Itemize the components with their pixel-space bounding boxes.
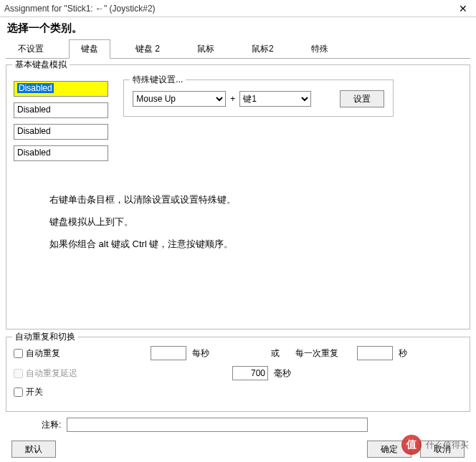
tab-mouse[interactable]: 鼠标 xyxy=(185,39,227,58)
close-icon[interactable]: ✕ xyxy=(454,3,472,14)
basic-keyboard-title: 基本键盘模拟 xyxy=(12,59,70,71)
window-title: Assignment for "Stick1: ←" (Joystick#2) xyxy=(4,4,454,14)
plus-label: + xyxy=(230,94,235,104)
hint-line-3: 如果你组合 alt 键或 Ctrl 键，注意按键顺序。 xyxy=(49,233,462,255)
tab-strip: 不设置 键盘 键盘 2 鼠标 鼠标2 特殊 xyxy=(6,39,470,59)
tab-special[interactable]: 特殊 xyxy=(299,39,341,58)
per-second-label: 每秒 xyxy=(192,347,209,360)
or-label: 或 xyxy=(271,347,280,360)
ms-label: 毫秒 xyxy=(274,367,291,380)
hint-line-1: 右键单击条目框，以清除设置或设置特殊键。 xyxy=(49,188,462,211)
special-key-title: 特殊键设置... xyxy=(130,74,186,86)
tab-keyboard[interactable]: 键盘 xyxy=(69,39,110,59)
key-slot-4[interactable]: Disabled xyxy=(14,145,108,161)
hint-text: 右键单击条目框，以清除设置或设置特殊键。 键盘模拟从上到下。 如果你组合 alt… xyxy=(49,188,462,256)
per-repeat-input[interactable] xyxy=(357,346,393,360)
special-combo-1[interactable]: Mouse Up xyxy=(133,91,226,107)
per-repeat-label: 每一次重复 xyxy=(295,347,338,360)
key-slot-3[interactable]: Disabled xyxy=(14,124,108,140)
auto-repeat-delay-check-input xyxy=(14,369,23,378)
seconds-label: 秒 xyxy=(399,347,407,360)
comment-input[interactable] xyxy=(67,418,368,432)
watermark: 值 什么值得买 xyxy=(401,435,469,455)
per-second-input[interactable] xyxy=(151,346,186,360)
comment-label: 注释: xyxy=(42,419,61,431)
page-heading: 选择一个类别。 xyxy=(7,21,470,35)
set-button[interactable]: 设置 xyxy=(340,90,384,107)
key-slot-1[interactable]: Disabled xyxy=(14,81,108,97)
watermark-logo-icon: 值 xyxy=(401,435,422,455)
tab-mouse2[interactable]: 鼠标2 xyxy=(239,39,286,58)
hint-line-2: 键盘模拟从上到下。 xyxy=(49,211,462,233)
delay-input[interactable] xyxy=(232,366,268,380)
watermark-text: 什么值得买 xyxy=(426,439,469,451)
auto-repeat-delay-checkbox: 自动重复延迟 xyxy=(14,367,77,380)
titlebar: Assignment for "Stick1: ←" (Joystick#2) … xyxy=(0,0,476,17)
switch-check-input[interactable] xyxy=(14,388,23,397)
auto-repeat-title: 自动重复和切换 xyxy=(12,331,78,343)
basic-keyboard-group: 基本键盘模拟 Disabled Disabled Disabled Disabl… xyxy=(6,64,470,329)
auto-repeat-checkbox[interactable]: 自动重复 xyxy=(14,347,60,360)
special-combo-2[interactable]: 键1 xyxy=(239,91,311,107)
special-key-group: 特殊键设置... Mouse Up + 键1 设置 xyxy=(123,80,394,117)
tab-keyboard2[interactable]: 键盘 2 xyxy=(123,39,172,58)
switch-checkbox[interactable]: 开关 xyxy=(14,386,43,398)
auto-repeat-group: 自动重复和切换 自动重复 每秒 或 每一次重复 秒 自动重复延迟 毫秒 xyxy=(6,337,470,412)
default-button[interactable]: 默认 xyxy=(11,441,56,458)
tab-none[interactable]: 不设置 xyxy=(6,39,56,58)
key-slot-2[interactable]: Disabled xyxy=(14,102,108,118)
key-slots: Disabled Disabled Disabled Disabled xyxy=(14,81,108,167)
auto-repeat-check-input[interactable] xyxy=(14,349,23,358)
